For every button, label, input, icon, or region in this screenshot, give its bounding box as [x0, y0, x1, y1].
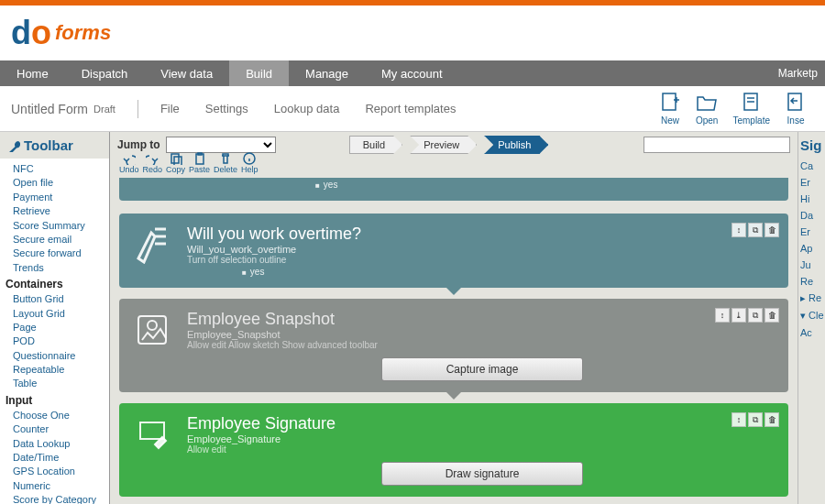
step-publish[interactable]: Publish	[484, 136, 548, 154]
card-hint: Allow edit Allow sketch Show advanced to…	[187, 340, 777, 350]
toolbar-category: Containers	[6, 278, 109, 290]
card-dup-button[interactable]: ⤓	[732, 308, 746, 323]
card-delete-button[interactable]: 🗑	[764, 412, 779, 427]
toolbar-column: Toolbar NFCOpen filePaymentRetrieveScore…	[0, 132, 110, 504]
svg-point-15	[148, 321, 157, 330]
card-move-button[interactable]: ↕	[715, 308, 730, 323]
card-field-name: Employee_Snapshot	[187, 329, 777, 340]
property-row[interactable]: Ap	[800, 243, 823, 254]
action-insert[interactable]: Inse	[785, 92, 807, 126]
properties-header: Sig	[800, 137, 823, 153]
draw-signature-button[interactable]: Draw signature	[381, 462, 583, 486]
card-delete-button[interactable]: 🗑	[764, 223, 779, 237]
step-arrows: Build Preview Publish	[349, 136, 556, 154]
action-template-label: Template	[732, 115, 770, 126]
card-title: Employee Snapshot	[187, 310, 777, 329]
property-row[interactable]: Er	[800, 177, 823, 188]
copy-icon	[170, 152, 182, 165]
capture-image-button[interactable]: Capture image	[381, 357, 583, 381]
toolbar-item[interactable]: Score by Category	[13, 493, 109, 504]
nav-view-data[interactable]: View data	[144, 60, 229, 86]
property-row[interactable]: Ju	[800, 259, 823, 270]
card-overtime[interactable]: ↕ ⧉ 🗑 Will you work overtime? Will_you_w…	[119, 214, 788, 288]
toolbar-item[interactable]: Data Lookup	[13, 437, 109, 451]
toolbar-item[interactable]: Numeric	[13, 479, 109, 493]
menu-lookup-data[interactable]: Lookup data	[274, 102, 340, 115]
svg-rect-0	[663, 93, 676, 110]
edit-toolbar: Undo Redo Copy Paste Delete Help	[110, 158, 798, 174]
action-template[interactable]: Template	[732, 92, 770, 126]
nav-manage[interactable]: Manage	[289, 60, 365, 86]
toolbar-list[interactable]: NFCOpen filePaymentRetrieveScore Summary…	[0, 159, 109, 504]
toolbar-item[interactable]: GPS Location	[13, 465, 109, 478]
undo-button[interactable]: Undo	[119, 152, 139, 174]
toolbar-item[interactable]: Secure forward	[13, 247, 109, 260]
toolbar-item[interactable]: Secure email	[13, 233, 109, 247]
nav-marketplace[interactable]: Marketp	[778, 67, 825, 80]
menu-file[interactable]: File	[160, 102, 180, 115]
svg-rect-7	[171, 154, 179, 163]
workspace: Toolbar NFCOpen filePaymentRetrieveScore…	[0, 132, 825, 504]
toolbar-item[interactable]: Table	[13, 377, 109, 390]
toolbar-item[interactable]: Repeatable	[13, 363, 109, 377]
action-insert-label: Inse	[787, 115, 805, 126]
card-field-name: Will_you_work_overtime	[187, 244, 777, 255]
card-signature[interactable]: ↕ ⧉ 🗑 Employee Signature Employee_Signat…	[119, 403, 788, 497]
toolbar-item[interactable]: Payment	[13, 191, 109, 204]
open-icon	[696, 92, 718, 114]
toolbar-item[interactable]: Page	[13, 321, 109, 334]
action-new[interactable]: New	[659, 92, 681, 126]
nav-home[interactable]: Home	[0, 60, 65, 86]
toolbar-item[interactable]: Score Summary	[13, 219, 109, 233]
jump-to-select[interactable]	[166, 137, 276, 153]
property-row[interactable]: Hi	[800, 193, 823, 204]
card-actions: ↕ ⤓ ⧉ 🗑	[715, 308, 779, 323]
paste-button[interactable]: Paste	[189, 152, 210, 174]
toolbar-header: Toolbar	[0, 132, 109, 159]
toolbar-item[interactable]: Layout Grid	[13, 307, 109, 321]
property-row[interactable]: ▾ Cle	[800, 310, 823, 322]
card-move-button[interactable]: ↕	[732, 223, 746, 237]
card-copy-button[interactable]: ⧉	[748, 308, 763, 323]
property-row[interactable]: Er	[800, 226, 823, 237]
property-row[interactable]: ▸ Re	[800, 292, 823, 304]
property-row[interactable]: Ca	[800, 160, 823, 171]
toolbar-item[interactable]: Date/Time	[13, 451, 109, 465]
wrench-icon	[7, 139, 20, 152]
nav-my-account[interactable]: My account	[365, 60, 458, 86]
property-row[interactable]: Da	[800, 210, 823, 221]
toolbar-item[interactable]: NFC	[13, 162, 109, 176]
logo-d: d	[11, 14, 31, 51]
copy-button[interactable]: Copy	[166, 152, 185, 174]
card-copy-button[interactable]: ⧉	[748, 412, 763, 427]
action-open[interactable]: Open	[696, 92, 718, 126]
menu-settings[interactable]: Settings	[205, 102, 248, 115]
property-row[interactable]: Ac	[800, 327, 823, 338]
undo-icon	[123, 152, 136, 165]
toolbar-item[interactable]: Trends	[13, 261, 109, 275]
toolbar-item[interactable]: Questionnaire	[13, 349, 109, 363]
menu-report-templates[interactable]: Report templates	[365, 102, 456, 115]
image-icon	[132, 310, 172, 350]
step-preview[interactable]: Preview	[410, 136, 477, 154]
property-row[interactable]: Re	[800, 276, 823, 287]
nav-dispatch[interactable]: Dispatch	[65, 60, 145, 86]
card-move-button[interactable]: ↕	[732, 412, 746, 427]
delete-button[interactable]: Delete	[214, 152, 237, 174]
card-delete-button[interactable]: 🗑	[764, 308, 779, 323]
step-build[interactable]: Build	[349, 136, 402, 154]
card-truncated[interactable]: yes	[119, 178, 788, 201]
nav-build[interactable]: Build	[229, 60, 289, 86]
toolbar-item[interactable]: Button Grid	[13, 292, 109, 306]
card-snapshot[interactable]: ↕ ⤓ ⧉ 🗑 Employee Snapshot Employee_Snaps…	[119, 299, 788, 392]
canvas-search-input[interactable]	[644, 137, 790, 153]
card-copy-button[interactable]: ⧉	[748, 223, 763, 237]
canvas-body[interactable]: yes ↕ ⧉ 🗑 Will you work overtime? Will_y…	[110, 178, 798, 504]
toolbar-item[interactable]: Choose One	[13, 409, 109, 422]
redo-button[interactable]: Redo	[143, 152, 163, 174]
toolbar-item[interactable]: Open file	[13, 176, 109, 190]
help-button[interactable]: Help	[241, 152, 258, 174]
toolbar-item[interactable]: Retrieve	[13, 204, 109, 218]
toolbar-item[interactable]: Counter	[13, 422, 109, 436]
toolbar-item[interactable]: POD	[13, 334, 109, 348]
